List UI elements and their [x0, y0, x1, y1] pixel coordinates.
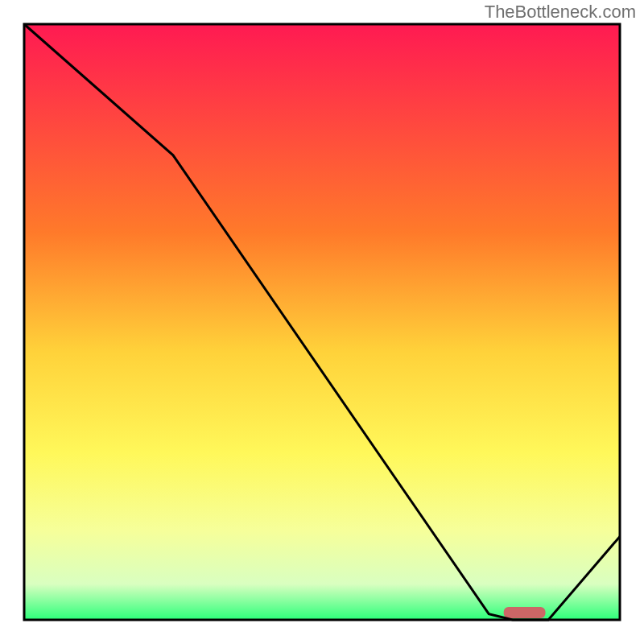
optimal-marker	[504, 607, 546, 618]
chart-container: { "watermark": "TheBottleneck.com", "cha…	[0, 0, 644, 644]
watermark-text: TheBottleneck.com	[485, 2, 636, 23]
plot-gradient	[24, 24, 620, 620]
bottleneck-chart	[0, 0, 644, 644]
